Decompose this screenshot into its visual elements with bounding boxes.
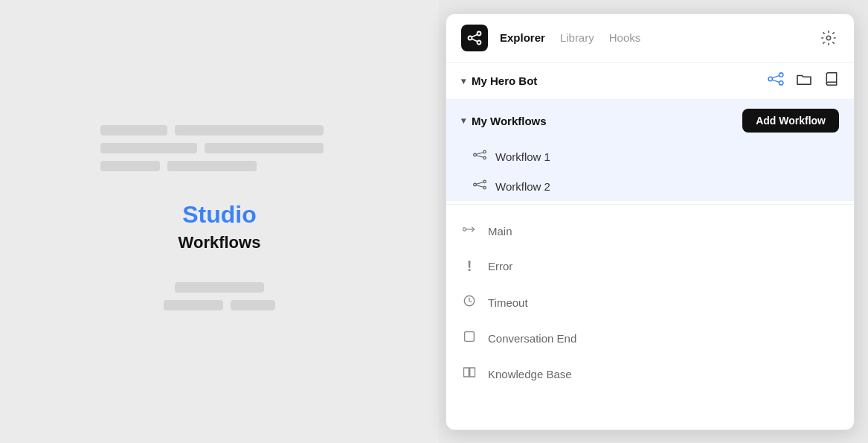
workflow-2-label: Workflow 2 bbox=[495, 180, 550, 193]
menu-item-timeout[interactable]: Timeout bbox=[446, 284, 854, 321]
main-icon bbox=[461, 223, 478, 238]
timeout-icon bbox=[461, 294, 478, 311]
svg-point-17 bbox=[483, 180, 486, 183]
menu-items-list: Main ! Error Timeout Conversati bbox=[446, 208, 854, 398]
menu-timeout-label: Timeout bbox=[488, 296, 528, 309]
svg-line-10 bbox=[773, 80, 779, 82]
svg-point-6 bbox=[768, 77, 772, 80]
background-area: Studio Workflows bbox=[0, 0, 439, 443]
bot-actions bbox=[768, 71, 839, 90]
tab-library[interactable]: Library bbox=[560, 31, 594, 45]
skeleton-top bbox=[100, 125, 338, 179]
svg-line-9 bbox=[773, 76, 779, 78]
workflow-1-icon bbox=[473, 150, 486, 163]
book-open-icon bbox=[463, 366, 476, 379]
svg-line-14 bbox=[476, 153, 483, 154]
network-icon bbox=[768, 72, 784, 86]
folder-icon bbox=[796, 72, 812, 86]
skeleton-bar bbox=[231, 300, 275, 310]
workflows-label-text: My Workflows bbox=[472, 115, 547, 127]
workflows-section: ▾ My Workflows Add Workflow Workflow 1 bbox=[446, 100, 854, 201]
workflow-action-icon[interactable] bbox=[768, 72, 784, 89]
menu-main-label: Main bbox=[488, 225, 512, 238]
svg-point-8 bbox=[779, 81, 783, 85]
panel-header: Explorer Library Hooks bbox=[446, 14, 854, 63]
workflow-2-icon bbox=[473, 179, 486, 193]
workflow-1-label: Workflow 1 bbox=[495, 150, 550, 163]
svg-line-15 bbox=[476, 156, 483, 157]
menu-conversation-end-label: Conversation End bbox=[488, 332, 576, 345]
conversation-end-icon bbox=[461, 331, 478, 346]
svg-line-20 bbox=[476, 185, 483, 187]
skeleton-bar bbox=[100, 125, 167, 136]
svg-point-13 bbox=[483, 156, 486, 159]
share-icon bbox=[467, 31, 482, 45]
skeleton-bar bbox=[167, 161, 257, 171]
skeleton-bar bbox=[164, 300, 223, 310]
square-icon bbox=[463, 331, 475, 342]
settings-button[interactable] bbox=[818, 28, 839, 48]
menu-knowledge-base-label: Knowledge Base bbox=[488, 368, 572, 380]
menu-item-knowledge-base[interactable]: Knowledge Base bbox=[446, 356, 854, 392]
svg-line-4 bbox=[472, 39, 478, 42]
menu-item-error[interactable]: ! Error bbox=[446, 248, 854, 284]
skeleton-bottom bbox=[145, 282, 294, 318]
svg-point-21 bbox=[463, 228, 466, 231]
tab-explorer[interactable]: Explorer bbox=[500, 31, 545, 45]
knowledge-base-icon bbox=[461, 366, 478, 383]
main-arrow-icon bbox=[463, 224, 476, 235]
bot-name-label: My Hero Bot bbox=[472, 74, 537, 87]
bot-name[interactable]: ▾ My Hero Bot bbox=[461, 74, 537, 87]
svg-point-16 bbox=[474, 183, 477, 186]
gear-icon bbox=[820, 30, 837, 46]
section-divider bbox=[446, 204, 854, 205]
bot-chevron: ▾ bbox=[461, 76, 466, 86]
add-workflow-button[interactable]: Add Workflow bbox=[742, 109, 839, 133]
workflows-chevron: ▾ bbox=[461, 115, 466, 126]
clock-icon bbox=[463, 294, 476, 307]
panel-logo bbox=[461, 25, 488, 51]
menu-error-label: Error bbox=[488, 260, 512, 273]
workflow-item-1[interactable]: Workflow 1 bbox=[446, 141, 854, 171]
studio-title: Studio bbox=[182, 201, 257, 229]
book-icon bbox=[824, 71, 839, 86]
skeleton-bar bbox=[205, 143, 324, 153]
folder-action-icon[interactable] bbox=[796, 72, 812, 89]
workflow-icon bbox=[473, 150, 486, 160]
workflows-subtitle: Workflows bbox=[179, 233, 261, 252]
explorer-panel: Explorer Library Hooks ▾ My Hero Bot bbox=[446, 13, 855, 430]
svg-point-18 bbox=[483, 186, 486, 189]
workflows-label[interactable]: ▾ My Workflows bbox=[461, 115, 547, 127]
error-icon: ! bbox=[461, 258, 478, 275]
menu-item-main[interactable]: Main bbox=[446, 214, 854, 248]
workflows-header: ▾ My Workflows Add Workflow bbox=[446, 100, 854, 141]
skeleton-bar bbox=[100, 161, 160, 171]
workflow-item-2[interactable]: Workflow 2 bbox=[446, 171, 854, 201]
book-action-icon[interactable] bbox=[824, 71, 839, 90]
skeleton-bar bbox=[100, 143, 197, 153]
svg-point-12 bbox=[483, 150, 486, 153]
bot-section: ▾ My Hero Bot bbox=[446, 63, 854, 100]
svg-point-5 bbox=[826, 36, 831, 40]
workflow-icon bbox=[473, 179, 486, 190]
svg-point-7 bbox=[779, 73, 783, 77]
skeleton-bar bbox=[175, 125, 324, 136]
svg-rect-24 bbox=[465, 332, 475, 342]
skeleton-bar bbox=[175, 282, 264, 293]
panel-tabs: Explorer Library Hooks bbox=[500, 31, 806, 45]
svg-point-0 bbox=[469, 36, 472, 40]
tab-hooks[interactable]: Hooks bbox=[609, 31, 641, 45]
svg-line-19 bbox=[476, 182, 483, 184]
svg-line-3 bbox=[472, 34, 478, 37]
svg-point-11 bbox=[474, 153, 477, 156]
menu-item-conversation-end[interactable]: Conversation End bbox=[446, 321, 854, 356]
